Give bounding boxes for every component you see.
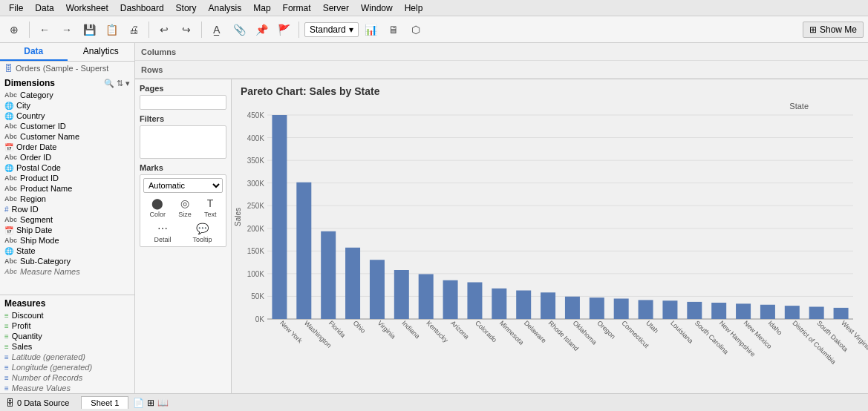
measures-header: Measures bbox=[0, 295, 134, 310]
new-sheet-icon[interactable]: 📄 bbox=[133, 398, 144, 408]
toolbar-sep-3 bbox=[201, 22, 202, 38]
pages-box[interactable] bbox=[140, 95, 226, 110]
toolbar-chart-btn[interactable]: 📊 bbox=[362, 20, 381, 39]
marks-detail-btn[interactable]: ⋯ Detail bbox=[154, 223, 171, 243]
sort-icon[interactable]: ⇅ bbox=[117, 79, 123, 88]
add-icon[interactable]: ▾ bbox=[125, 79, 130, 88]
dim-sub-category[interactable]: AbcSub-Category bbox=[0, 256, 134, 266]
columns-shelf[interactable]: Columns bbox=[135, 43, 868, 61]
measures-section: Measures ≡Discount ≡Profit ≡Quantity ≡Sa… bbox=[0, 295, 134, 393]
dim-customer-name[interactable]: AbcCustomer Name bbox=[0, 131, 134, 142]
menu-worksheet[interactable]: Worksheet bbox=[60, 1, 114, 15]
measure-discount[interactable]: ≡Discount bbox=[0, 310, 134, 320]
measure-icon: ≡ bbox=[4, 353, 9, 361]
show-me-button[interactable]: ⊞ Show Me bbox=[803, 22, 864, 38]
menu-dashboard[interactable]: Dashboard bbox=[114, 1, 170, 15]
toolbar-saveas-btn[interactable]: 📋 bbox=[102, 20, 121, 39]
menu-help[interactable]: Help bbox=[399, 1, 429, 15]
dim-segment[interactable]: AbcSegment bbox=[0, 214, 134, 225]
marks-icons-row: ⬤ Color ◎ Size T Text bbox=[143, 197, 223, 218]
abc-icon: Abc bbox=[4, 216, 17, 223]
menu-server[interactable]: Server bbox=[317, 1, 355, 15]
menu-window[interactable]: Window bbox=[355, 1, 399, 15]
toolbar-forward-btn[interactable]: → bbox=[57, 20, 76, 39]
marks-type-select[interactable]: Automatic bbox=[143, 178, 223, 193]
svg-rect-28 bbox=[345, 248, 360, 319]
left-panel: Data Analytics 🗄 Orders (Sample - Supers… bbox=[0, 43, 135, 393]
marks-color-btn[interactable]: ⬤ Color bbox=[150, 197, 166, 218]
data-source-tab[interactable]: 🗄 0 Data Source bbox=[0, 398, 75, 407]
new-story-icon[interactable]: 📖 bbox=[157, 398, 169, 408]
measure-sales[interactable]: ≡Sales bbox=[0, 341, 134, 352]
toolbar-annot-btn[interactable]: 📎 bbox=[229, 20, 249, 39]
dim-row-id[interactable]: #Row ID bbox=[0, 204, 134, 214]
marks-tooltip-btn[interactable]: 💬 Tooltip bbox=[192, 223, 212, 243]
abc-icon: Abc bbox=[4, 195, 17, 203]
filters-label: Filters bbox=[140, 114, 226, 123]
svg-text:Delaware: Delaware bbox=[523, 319, 548, 344]
sheet-tab-icons: 📄 ⊞ 📖 bbox=[128, 398, 173, 408]
measure-profit[interactable]: ≡Profit bbox=[0, 320, 134, 331]
menu-file[interactable]: File bbox=[3, 1, 29, 15]
dim-customer-id[interactable]: AbcCustomer ID bbox=[0, 121, 134, 131]
dim-category[interactable]: AbcCategory bbox=[0, 90, 134, 100]
svg-text:250K: 250K bbox=[247, 202, 265, 210]
svg-rect-56 bbox=[687, 302, 702, 319]
toolbar-new-btn[interactable]: ⊕ bbox=[4, 20, 24, 39]
dim-ship-date[interactable]: 📅Ship Date bbox=[0, 225, 134, 235]
measure-values[interactable]: ≡Measure Values bbox=[0, 383, 134, 393]
tab-analytics[interactable]: Analytics bbox=[68, 43, 135, 61]
dim-region[interactable]: AbcRegion bbox=[0, 194, 134, 204]
dimensions-header: Dimensions 🔍 ⇅ ▾ bbox=[0, 75, 134, 90]
toolbar-standard-dropdown[interactable]: Standard ▾ bbox=[304, 22, 359, 37]
svg-text:Oregon: Oregon bbox=[595, 319, 616, 340]
dim-state[interactable]: 🌐State bbox=[0, 246, 134, 256]
menu-map[interactable]: Map bbox=[247, 1, 276, 15]
toolbar-device-btn[interactable]: 🖥 bbox=[384, 20, 403, 39]
new-dashboard-icon[interactable]: ⊞ bbox=[147, 398, 154, 408]
svg-text:Florida: Florida bbox=[327, 319, 347, 339]
measure-latitude[interactable]: ≡Latitude (generated) bbox=[0, 352, 134, 362]
sheet-tab[interactable]: Sheet 1 bbox=[81, 396, 128, 409]
toolbar-print-btn[interactable]: 🖨 bbox=[124, 20, 143, 39]
dim-order-date[interactable]: 📅Order Date bbox=[0, 142, 134, 152]
dim-postal-code[interactable]: 🌐Postal Code bbox=[0, 162, 134, 173]
svg-text:400K: 400K bbox=[247, 134, 265, 142]
search-icon[interactable]: 🔍 bbox=[104, 79, 114, 88]
dim-city[interactable]: 🌐City bbox=[0, 100, 134, 111]
svg-text:50K: 50K bbox=[251, 292, 264, 300]
toolbar-save-btn[interactable]: 💾 bbox=[79, 20, 99, 39]
dim-measure-names[interactable]: AbcMeasure Names bbox=[0, 266, 134, 277]
toolbar-back-btn[interactable]: ← bbox=[35, 20, 54, 39]
menu-format[interactable]: Format bbox=[277, 1, 317, 15]
data-source-row[interactable]: 🗄 Orders (Sample - Superst bbox=[0, 62, 134, 75]
marks-text-btn[interactable]: T Text bbox=[204, 197, 217, 218]
toolbar-redo-btn[interactable]: ↪ bbox=[177, 20, 196, 39]
toolbar-share-btn[interactable]: ⬡ bbox=[406, 20, 425, 39]
dim-country[interactable]: 🌐Country bbox=[0, 111, 134, 121]
measure-quantity[interactable]: ≡Quantity bbox=[0, 331, 134, 341]
toolbar-pin-btn[interactable]: 📌 bbox=[252, 20, 271, 39]
menu-story[interactable]: Story bbox=[170, 1, 203, 15]
menu-analysis[interactable]: Analysis bbox=[203, 1, 248, 15]
toolbar-highlight-btn[interactable]: A̲ bbox=[207, 20, 226, 39]
toolbar-undo-btn[interactable]: ↩ bbox=[154, 20, 174, 39]
svg-rect-60 bbox=[736, 303, 751, 319]
rows-shelf[interactable]: Rows bbox=[135, 61, 868, 79]
measure-longitude[interactable]: ≡Longitude (generated) bbox=[0, 362, 134, 372]
dim-product-id[interactable]: AbcProduct ID bbox=[0, 173, 134, 183]
tab-data[interactable]: Data bbox=[0, 43, 68, 61]
svg-text:0K: 0K bbox=[255, 315, 265, 323]
marks-label: Marks bbox=[140, 163, 226, 172]
svg-text:Indiana: Indiana bbox=[400, 319, 421, 340]
filters-box[interactable] bbox=[140, 125, 226, 159]
dim-product-name[interactable]: AbcProduct Name bbox=[0, 183, 134, 194]
marks-size-btn[interactable]: ◎ Size bbox=[178, 197, 192, 218]
toolbar-flag-btn[interactable]: 🚩 bbox=[274, 20, 293, 39]
svg-text:100K: 100K bbox=[247, 270, 265, 278]
svg-text:200K: 200K bbox=[247, 225, 265, 233]
menu-data[interactable]: Data bbox=[29, 1, 59, 15]
measure-num-records[interactable]: ≡Number of Records bbox=[0, 372, 134, 383]
dim-ship-mode[interactable]: AbcShip Mode bbox=[0, 235, 134, 246]
dim-order-id[interactable]: AbcOrder ID bbox=[0, 152, 134, 162]
